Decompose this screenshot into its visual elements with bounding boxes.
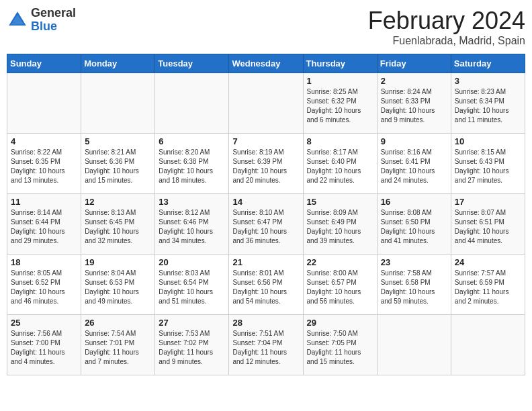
calendar-cell: 18Sunrise: 8:05 AM Sunset: 6:52 PM Dayli… (7, 255, 81, 315)
calendar-title: February 2024 (368, 7, 525, 35)
day-number: 18 (11, 257, 77, 267)
day-number: 22 (307, 257, 373, 267)
calendar-cell: 24Sunrise: 7:57 AM Sunset: 6:59 PM Dayli… (451, 255, 525, 315)
day-number: 10 (455, 136, 521, 146)
day-info: Sunrise: 7:58 AM Sunset: 6:58 PM Dayligh… (381, 269, 447, 306)
calendar-cell: 16Sunrise: 8:08 AM Sunset: 6:50 PM Dayli… (377, 194, 451, 255)
calendar-cell: 28Sunrise: 7:51 AM Sunset: 7:04 PM Dayli… (229, 315, 303, 375)
calendar-subtitle: Fuenlabrada, Madrid, Spain (368, 35, 525, 47)
calendar-cell (377, 315, 451, 375)
calendar-cell: 5Sunrise: 8:21 AM Sunset: 6:36 PM Daylig… (81, 134, 155, 194)
week-row-0: 1Sunrise: 8:25 AM Sunset: 6:32 PM Daylig… (7, 73, 525, 134)
day-info: Sunrise: 8:01 AM Sunset: 6:56 PM Dayligh… (232, 269, 299, 306)
day-info: Sunrise: 8:07 AM Sunset: 6:51 PM Dayligh… (455, 208, 521, 246)
calendar-table: SundayMondayTuesdayWednesdayThursdayFrid… (7, 54, 525, 375)
day-number: 2 (381, 76, 447, 86)
day-number: 3 (455, 76, 521, 86)
calendar-cell: 14Sunrise: 8:10 AM Sunset: 6:47 PM Dayli… (229, 194, 303, 255)
day-info: Sunrise: 8:15 AM Sunset: 6:43 PM Dayligh… (455, 148, 521, 185)
day-info: Sunrise: 7:54 AM Sunset: 7:01 PM Dayligh… (85, 329, 151, 367)
day-number: 29 (307, 318, 373, 328)
calendar-cell: 6Sunrise: 8:20 AM Sunset: 6:38 PM Daylig… (155, 134, 229, 194)
day-number: 27 (159, 318, 225, 328)
calendar-cell: 27Sunrise: 7:53 AM Sunset: 7:02 PM Dayli… (155, 315, 229, 375)
day-number: 19 (85, 257, 151, 267)
day-number: 28 (232, 318, 299, 328)
calendar-cell (81, 73, 155, 134)
week-row-4: 25Sunrise: 7:56 AM Sunset: 7:00 PM Dayli… (7, 315, 525, 375)
day-info: Sunrise: 7:51 AM Sunset: 7:04 PM Dayligh… (232, 329, 299, 367)
calendar-cell: 17Sunrise: 8:07 AM Sunset: 6:51 PM Dayli… (451, 194, 525, 255)
day-number: 11 (11, 197, 77, 207)
week-row-3: 18Sunrise: 8:05 AM Sunset: 6:52 PM Dayli… (7, 255, 525, 315)
day-number: 9 (381, 136, 447, 146)
week-row-1: 4Sunrise: 8:22 AM Sunset: 6:35 PM Daylig… (7, 134, 525, 194)
logo-general-text: General (31, 6, 76, 19)
day-info: Sunrise: 7:57 AM Sunset: 6:59 PM Dayligh… (455, 269, 521, 306)
day-number: 6 (159, 136, 225, 146)
day-info: Sunrise: 8:14 AM Sunset: 6:44 PM Dayligh… (11, 208, 77, 246)
header-day-thursday: Thursday (303, 54, 377, 73)
calendar-cell: 22Sunrise: 8:00 AM Sunset: 6:57 PM Dayli… (303, 255, 377, 315)
day-info: Sunrise: 8:04 AM Sunset: 6:53 PM Dayligh… (85, 269, 151, 306)
day-info: Sunrise: 8:17 AM Sunset: 6:40 PM Dayligh… (307, 148, 373, 185)
calendar-cell (7, 73, 81, 134)
calendar-body: 1Sunrise: 8:25 AM Sunset: 6:32 PM Daylig… (7, 73, 525, 375)
header-day-friday: Friday (377, 54, 451, 73)
day-info: Sunrise: 8:09 AM Sunset: 6:49 PM Dayligh… (307, 208, 373, 246)
day-info: Sunrise: 8:24 AM Sunset: 6:33 PM Dayligh… (381, 87, 447, 125)
header-day-monday: Monday (81, 54, 155, 73)
logo-icon (7, 9, 28, 31)
day-info: Sunrise: 8:20 AM Sunset: 6:38 PM Dayligh… (159, 148, 225, 185)
day-number: 25 (11, 318, 77, 328)
calendar-cell: 20Sunrise: 8:03 AM Sunset: 6:54 PM Dayli… (155, 255, 229, 315)
week-row-2: 11Sunrise: 8:14 AM Sunset: 6:44 PM Dayli… (7, 194, 525, 255)
logo-blue-text: Blue (31, 19, 57, 33)
day-number: 14 (232, 197, 299, 207)
calendar-cell: 4Sunrise: 8:22 AM Sunset: 6:35 PM Daylig… (7, 134, 81, 194)
calendar-cell: 8Sunrise: 8:17 AM Sunset: 6:40 PM Daylig… (303, 134, 377, 194)
header-day-tuesday: Tuesday (155, 54, 229, 73)
day-info: Sunrise: 7:53 AM Sunset: 7:02 PM Dayligh… (159, 329, 225, 367)
day-number: 23 (381, 257, 447, 267)
calendar-cell (229, 73, 303, 134)
calendar-cell: 12Sunrise: 8:13 AM Sunset: 6:45 PM Dayli… (81, 194, 155, 255)
calendar-cell (451, 315, 525, 375)
calendar-cell: 29Sunrise: 7:50 AM Sunset: 7:05 PM Dayli… (303, 315, 377, 375)
day-number: 5 (85, 136, 151, 146)
header-day-wednesday: Wednesday (229, 54, 303, 73)
day-info: Sunrise: 8:00 AM Sunset: 6:57 PM Dayligh… (307, 269, 373, 306)
header-row: SundayMondayTuesdayWednesdayThursdayFrid… (7, 54, 525, 73)
calendar-cell: 10Sunrise: 8:15 AM Sunset: 6:43 PM Dayli… (451, 134, 525, 194)
day-number: 21 (232, 257, 299, 267)
day-number: 8 (307, 136, 373, 146)
calendar-cell: 25Sunrise: 7:56 AM Sunset: 7:00 PM Dayli… (7, 315, 81, 375)
day-number: 4 (11, 136, 77, 146)
calendar-cell (155, 73, 229, 134)
logo: General Blue (7, 7, 76, 34)
calendar-cell: 1Sunrise: 8:25 AM Sunset: 6:32 PM Daylig… (303, 73, 377, 134)
calendar-cell: 2Sunrise: 8:24 AM Sunset: 6:33 PM Daylig… (377, 73, 451, 134)
day-info: Sunrise: 8:22 AM Sunset: 6:35 PM Dayligh… (11, 148, 77, 185)
day-info: Sunrise: 8:05 AM Sunset: 6:52 PM Dayligh… (11, 269, 77, 306)
calendar-cell: 13Sunrise: 8:12 AM Sunset: 6:46 PM Dayli… (155, 194, 229, 255)
day-number: 15 (307, 197, 373, 207)
day-number: 7 (232, 136, 299, 146)
day-info: Sunrise: 8:21 AM Sunset: 6:36 PM Dayligh… (85, 148, 151, 185)
day-info: Sunrise: 7:56 AM Sunset: 7:00 PM Dayligh… (11, 329, 77, 367)
calendar-cell: 21Sunrise: 8:01 AM Sunset: 6:56 PM Dayli… (229, 255, 303, 315)
day-number: 26 (85, 318, 151, 328)
title-section: February 2024 Fuenlabrada, Madrid, Spain (368, 7, 525, 47)
day-info: Sunrise: 8:16 AM Sunset: 6:41 PM Dayligh… (381, 148, 447, 185)
calendar-header: SundayMondayTuesdayWednesdayThursdayFrid… (7, 54, 525, 73)
day-number: 13 (159, 197, 225, 207)
day-info: Sunrise: 8:12 AM Sunset: 6:46 PM Dayligh… (159, 208, 225, 246)
day-info: Sunrise: 8:03 AM Sunset: 6:54 PM Dayligh… (159, 269, 225, 306)
day-info: Sunrise: 7:50 AM Sunset: 7:05 PM Dayligh… (307, 329, 373, 367)
day-info: Sunrise: 8:23 AM Sunset: 6:34 PM Dayligh… (455, 87, 521, 125)
day-number: 16 (381, 197, 447, 207)
calendar-cell: 9Sunrise: 8:16 AM Sunset: 6:41 PM Daylig… (377, 134, 451, 194)
day-info: Sunrise: 8:19 AM Sunset: 6:39 PM Dayligh… (232, 148, 299, 185)
calendar-cell: 19Sunrise: 8:04 AM Sunset: 6:53 PM Dayli… (81, 255, 155, 315)
day-info: Sunrise: 8:10 AM Sunset: 6:47 PM Dayligh… (232, 208, 299, 246)
